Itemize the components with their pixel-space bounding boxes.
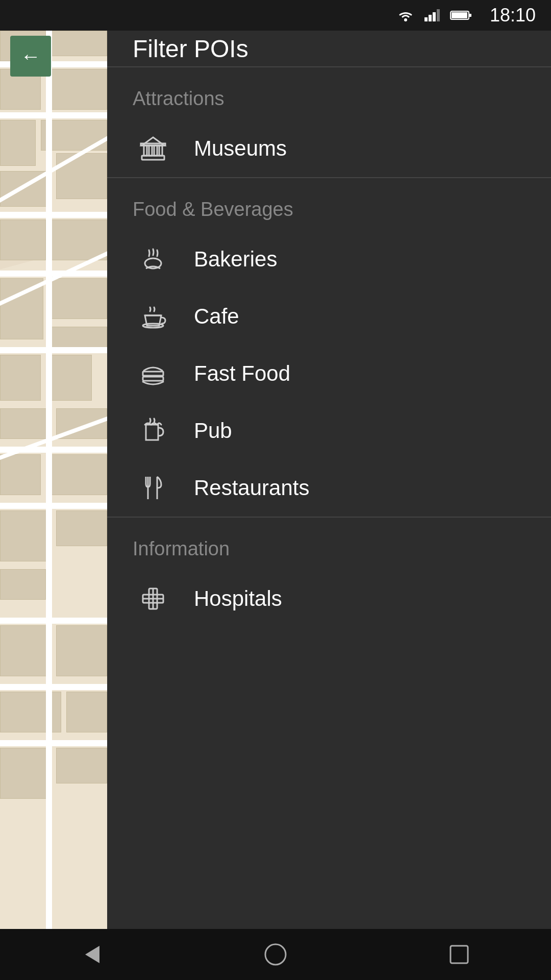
filter-panel: Filter POIs Attractions Museums Food & B… [107,0,551,980]
pub-label: Pub [194,419,232,443]
museums-label: Museums [194,136,287,161]
cafe-label: Cafe [194,304,239,329]
nav-home-button[interactable] [263,942,288,967]
svg-rect-12 [159,145,162,156]
svg-rect-18 [143,377,163,381]
svg-point-26 [265,944,286,965]
panel-title: Filter POIs [133,35,248,63]
svg-rect-11 [154,145,157,156]
nav-recent-button[interactable] [446,942,472,967]
menu-item-pub[interactable]: Pub [107,402,551,459]
menu-item-museums[interactable]: Museums [107,120,551,177]
restaurant-icon [133,474,173,502]
menu-item-restaurants[interactable]: Restaurants [107,459,551,517]
svg-marker-25 [85,946,99,963]
menu-item-bakeries[interactable]: Bakeries [107,231,551,288]
battery-icon [450,9,472,21]
hospital-icon [133,584,173,613]
pub-icon [133,416,173,445]
menu-item-hospitals[interactable]: Hospitals [107,570,551,627]
svg-rect-2 [429,15,432,21]
menu-item-fast-food[interactable]: Fast Food [107,345,551,402]
menu-item-cafe[interactable]: Cafe [107,288,551,345]
section-information: Information [107,518,551,570]
svg-point-0 [404,18,407,21]
status-time: 18:10 [490,5,536,26]
svg-rect-7 [452,12,467,18]
svg-rect-9 [144,145,147,156]
status-bar: 18:10 [0,0,551,31]
cafe-icon [133,302,173,331]
bottom-nav [0,929,551,980]
fastfood-icon [133,359,173,388]
bakery-icon [133,245,173,274]
restaurants-label: Restaurants [194,476,309,500]
svg-rect-6 [469,14,471,17]
svg-rect-27 [450,946,468,963]
svg-rect-4 [437,9,440,21]
status-icons: 18:10 [397,5,536,26]
map-area [0,0,107,980]
svg-rect-1 [424,17,428,21]
hospitals-label: Hospitals [194,586,282,611]
back-arrow-icon: ← [20,45,41,68]
nav-back-button[interactable] [79,942,105,967]
fast-food-label: Fast Food [194,361,290,386]
svg-marker-13 [142,137,164,145]
section-attractions: Attractions [107,67,551,120]
museum-icon [133,134,173,163]
signal-icon [423,8,441,22]
bakeries-label: Bakeries [194,247,277,272]
section-food: Food & Beverages [107,178,551,231]
svg-rect-10 [149,145,152,156]
wifi-icon [397,8,414,22]
svg-rect-17 [143,372,163,376]
back-button[interactable]: ← [10,36,51,77]
svg-rect-3 [433,12,436,21]
